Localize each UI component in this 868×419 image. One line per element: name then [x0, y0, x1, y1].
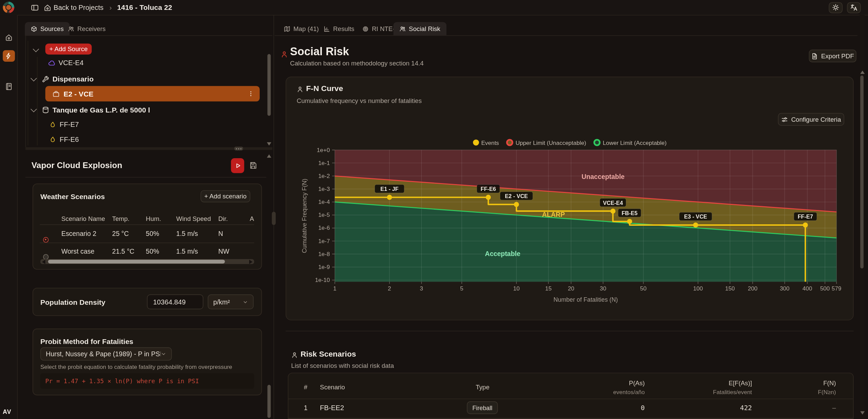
tree-root-chevron-icon[interactable]: [33, 46, 39, 52]
breadcrumb-project-title: 1416 - Toluca 22: [117, 3, 172, 12]
breadcrumb-separator: ›: [110, 3, 112, 12]
file-icon: [811, 53, 818, 59]
weather-hscrollbar-track[interactable]: [40, 259, 254, 264]
col-efas-sub: Fatalities/event: [697, 389, 752, 395]
row-type-label: Fireball: [472, 404, 492, 411]
breadcrumb-back-link[interactable]: Back to Projects: [54, 4, 103, 12]
tab-results[interactable]: Results: [318, 22, 360, 35]
main-scroll-up-arrow[interactable]: [860, 71, 865, 74]
tree-item-ff-e6[interactable]: FF-E6: [49, 133, 259, 146]
tree-item-label: Dispensario: [53, 75, 94, 83]
receivers-icon: [68, 26, 74, 32]
y-tick-label: 1e-7: [318, 238, 330, 244]
tab-receivers[interactable]: Receivers: [62, 22, 112, 35]
col-num: #: [304, 384, 307, 390]
rail-notebook-icon[interactable]: [5, 83, 13, 91]
x-tick-label: 300: [780, 285, 789, 292]
scenarios-person-icon: [291, 352, 298, 358]
export-pdf-button[interactable]: Export PDF: [809, 50, 856, 62]
population-unit-select[interactable]: p/km²: [208, 295, 254, 310]
tree-item-dispensario[interactable]: Dispensario: [31, 73, 258, 85]
fn-card-title: F-N Curve: [306, 84, 343, 93]
x-tick-label: 30: [600, 285, 606, 292]
probit-method-select[interactable]: Hurst, Nussey & Pape (1989) - P in PSI: [40, 347, 172, 361]
event-point: [486, 195, 491, 200]
configure-criteria-button[interactable]: Configure Criteria: [778, 113, 844, 126]
run-calculation-button[interactable]: [231, 158, 244, 173]
col-pas: P(As): [589, 380, 645, 386]
fn-curve-card: F-N Curve Cumulative frequency vs number…: [286, 77, 854, 320]
chevron-down-icon: [31, 106, 37, 112]
event-point: [803, 223, 808, 228]
population-density-card: Population Density p/km²: [33, 288, 262, 316]
rail-sources-active-button[interactable]: [2, 50, 15, 62]
weather-row-2[interactable]: Worst case 21.5 °C 50% 1.5 m/s NW: [33, 243, 262, 260]
left-rail: AV: [0, 15, 18, 419]
tree-item-vce-e4[interactable]: VCE-E4: [48, 57, 258, 69]
x-tick-label: 5: [460, 285, 463, 292]
translate-icon: [850, 4, 857, 11]
row-menu-icon[interactable]: [247, 90, 254, 97]
hscroll-right-arrow[interactable]: [249, 259, 253, 264]
tree-scroll-down-arrow[interactable]: [267, 142, 271, 146]
region-label: Unacceptable: [582, 173, 625, 180]
avatar[interactable]: AV: [3, 408, 11, 415]
col-pas-sub: eventos/año: [589, 389, 645, 395]
add-scenario-button[interactable]: + Add scenario: [201, 190, 251, 203]
weather-row-1-radio[interactable]: [43, 237, 48, 242]
theme-toggle-button[interactable]: [829, 2, 842, 13]
sidebar-toggle-icon[interactable]: [31, 4, 39, 12]
tab-results-label: Results: [333, 25, 354, 32]
event-label: FB-E5: [622, 210, 638, 216]
probit-formula: Pr = 1.47 + 1.35 × ln(P) where P is in P…: [40, 377, 199, 385]
briefcase-icon: [53, 90, 60, 97]
tab-social-risk[interactable]: Social Risk: [394, 22, 446, 35]
vce-scroll-up-arrow[interactable]: [267, 154, 271, 158]
region-label: Acceptable: [485, 250, 521, 257]
zap-icon: [5, 53, 12, 60]
tree-scrollbar-thumb[interactable]: [267, 54, 271, 116]
home-icon[interactable]: [44, 4, 52, 12]
tree-item-tanque[interactable]: Tanque de Gas L.P. de 5000 l: [31, 104, 258, 116]
person-icon: [281, 51, 288, 58]
event-label: FF-E7: [798, 213, 813, 220]
main-scrollbar-thumb[interactable]: [860, 76, 864, 269]
panel-resize-bar[interactable]: [25, 147, 272, 150]
row-fn: –: [781, 404, 836, 412]
row-num: 1: [304, 404, 308, 412]
table-row[interactable]: 1 FB-EE2 Fireball 0 422 –: [288, 399, 854, 418]
hscroll-left-arrow[interactable]: [42, 259, 45, 264]
y-tick-label: 1e-2: [318, 173, 330, 179]
weather-col-temp: Temp.: [112, 215, 130, 222]
save-icon[interactable]: [249, 162, 257, 169]
page-subtitle: Calculation based on methodology section…: [290, 60, 424, 66]
event-point: [387, 195, 392, 200]
language-toggle-button[interactable]: [847, 2, 860, 13]
top-bar: Back to Projects › 1416 - Toluca 22: [0, 0, 868, 15]
row-pas: 0: [589, 404, 645, 412]
event-label: E3 - VCE: [684, 213, 707, 220]
play-icon: [234, 162, 241, 169]
tree-item-e2-vce-selected[interactable]: E2 - VCE: [45, 86, 260, 101]
add-source-button[interactable]: + Add Source: [45, 44, 92, 55]
probit-label: Probit Method for Fatalities: [40, 338, 133, 346]
tree-guide-line-1: [28, 41, 28, 146]
rail-home-icon[interactable]: [5, 34, 13, 42]
event-label: VCE-E4: [603, 200, 623, 206]
x-tick-label: 150: [725, 285, 735, 292]
scenarios-subtitle: List of scenarios with social risk data: [291, 362, 394, 369]
weather-col-extra: A: [250, 215, 254, 222]
right-tabline: [274, 35, 857, 36]
cell-wind: 1.5 m/s: [176, 248, 198, 255]
vce-scrollbar-thumb[interactable]: [267, 385, 271, 418]
weather-row-1[interactable]: Escenario 2 25 °C 50% 1.5 m/s N: [33, 225, 262, 243]
resize-grip-icon[interactable]: [234, 147, 243, 150]
cell-temp: 25 °C: [112, 230, 129, 238]
split-drag-handle[interactable]: [272, 212, 275, 225]
tree-item-ff-e7[interactable]: FF-E7: [49, 119, 259, 131]
population-density-input[interactable]: [147, 295, 203, 310]
x-tick-label: 100: [693, 285, 703, 292]
weather-hscrollbar-thumb[interactable]: [48, 260, 225, 264]
main-scroll-down-arrow[interactable]: [860, 411, 865, 415]
cell-temp: 21.5 °C: [112, 248, 134, 255]
